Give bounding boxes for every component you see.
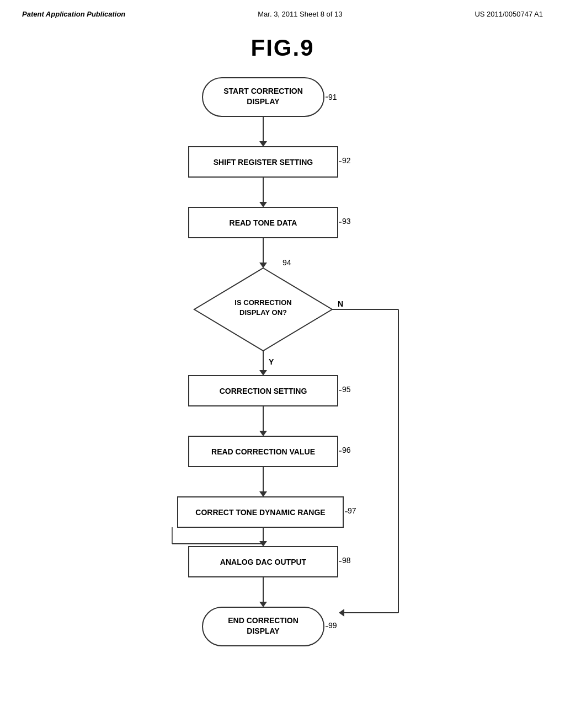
header-center: Mar. 3, 2011 Sheet 8 of 13: [258, 10, 342, 18]
svg-text:START CORRECTION: START CORRECTION: [223, 87, 303, 95]
figure-title: FIG.9: [0, 35, 565, 61]
svg-text:CORRECT TONE DYNAMIC RANGE: CORRECT TONE DYNAMIC RANGE: [195, 508, 325, 517]
svg-text:99: 99: [328, 621, 337, 630]
svg-text:READ CORRECTION VALUE: READ CORRECTION VALUE: [211, 447, 315, 456]
header-right: US 2011/0050747 A1: [475, 10, 543, 18]
svg-marker-30: [339, 609, 344, 617]
svg-text:CORRECTION SETTING: CORRECTION SETTING: [220, 387, 307, 395]
svg-marker-26: [259, 370, 267, 376]
svg-text:98: 98: [342, 556, 351, 565]
svg-text:Y: Y: [269, 357, 274, 366]
svg-text:END CORRECTION: END CORRECTION: [228, 616, 299, 625]
svg-text:93: 93: [342, 217, 351, 226]
svg-text:DISPLAY: DISPLAY: [247, 97, 280, 106]
svg-text:READ TONE DATA: READ TONE DATA: [230, 218, 297, 227]
svg-marker-42: [259, 491, 267, 497]
svg-text:96: 96: [342, 446, 351, 454]
svg-marker-36: [259, 431, 267, 436]
svg-text:DISPLAY: DISPLAY: [247, 627, 280, 635]
flowchart: START CORRECTION DISPLAY 91 SHIFT REGIST…: [117, 72, 448, 701]
svg-marker-18: [259, 263, 267, 268]
header-left: Patent Application Publication: [22, 10, 125, 18]
svg-marker-12: [259, 202, 267, 207]
svg-text:97: 97: [348, 506, 356, 515]
svg-text:91: 91: [328, 93, 337, 101]
svg-text:IS CORRECTION: IS CORRECTION: [234, 298, 291, 307]
svg-marker-6: [259, 141, 267, 147]
svg-marker-56: [259, 602, 267, 607]
svg-text:94: 94: [282, 258, 291, 267]
svg-text:92: 92: [342, 156, 351, 165]
svg-text:DISPLAY ON?: DISPLAY ON?: [239, 308, 287, 317]
svg-text:SHIFT REGISTER SETTING: SHIFT REGISTER SETTING: [214, 158, 313, 167]
svg-text:N: N: [338, 299, 343, 308]
page-header: Patent Application Publication Mar. 3, 2…: [0, 0, 565, 18]
svg-text:ANALOG DAC OUTPUT: ANALOG DAC OUTPUT: [220, 558, 307, 566]
svg-text:95: 95: [342, 385, 351, 394]
